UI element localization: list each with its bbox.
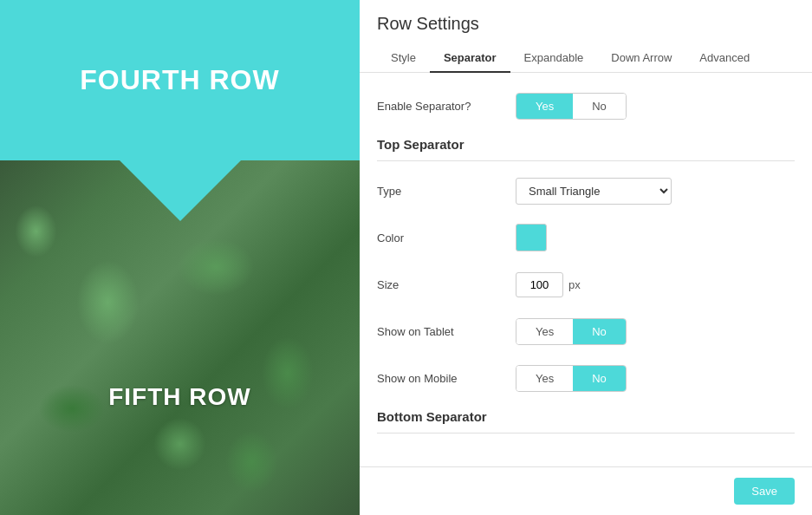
- fourth-row-title: FOURTH ROW: [80, 64, 279, 96]
- show-mobile-no[interactable]: No: [573, 366, 626, 391]
- type-control: Small Triangle Large Triangle Wave Arrow…: [516, 178, 795, 205]
- enable-separator-label: Enable Separator?: [377, 100, 516, 113]
- show-tablet-toggle: Yes No: [516, 318, 627, 345]
- size-input[interactable]: [516, 272, 563, 297]
- top-separator-title: Top Separator: [377, 137, 795, 161]
- tab-advanced[interactable]: Advanced: [685, 44, 763, 73]
- show-tablet-row: Show on Tablet Yes No: [377, 316, 795, 347]
- tab-down-arrow[interactable]: Down Arrow: [597, 44, 685, 73]
- enable-separator-control: Yes No: [516, 93, 795, 120]
- color-control: [516, 224, 795, 251]
- enable-separator-no[interactable]: No: [573, 94, 626, 119]
- show-tablet-control: Yes No: [516, 318, 795, 345]
- save-button[interactable]: Save: [734, 478, 795, 505]
- size-unit: px: [568, 278, 581, 291]
- show-tablet-yes[interactable]: Yes: [516, 319, 573, 344]
- enable-separator-toggle: Yes No: [516, 93, 627, 120]
- size-control: px: [516, 272, 795, 297]
- enable-separator-row: Enable Separator? Yes No: [377, 90, 795, 121]
- left-panel: FOURTH ROW FIFTH ROW: [0, 0, 360, 515]
- color-label: Color: [377, 231, 516, 244]
- type-label: Type: [377, 185, 516, 198]
- panel-content: Enable Separator? Yes No Top Separator T…: [360, 73, 812, 466]
- size-row: Size px: [377, 269, 795, 300]
- triangle-separator: [120, 160, 241, 221]
- tab-separator[interactable]: Separator: [430, 44, 510, 73]
- type-select[interactable]: Small Triangle Large Triangle Wave Arrow…: [516, 178, 672, 205]
- show-mobile-label: Show on Mobile: [377, 372, 516, 385]
- show-mobile-row: Show on Mobile Yes No: [377, 362, 795, 394]
- tabs-bar: Style Separator Expandable Down Arrow Ad…: [377, 44, 795, 72]
- size-label: Size: [377, 278, 516, 291]
- panel-footer: Save: [360, 466, 812, 515]
- show-tablet-label: Show on Tablet: [377, 325, 516, 338]
- color-swatch[interactable]: [516, 224, 547, 251]
- show-mobile-control: Yes No: [516, 365, 795, 392]
- tab-expandable[interactable]: Expandable: [510, 44, 598, 73]
- show-mobile-toggle: Yes No: [516, 365, 627, 392]
- show-mobile-yes[interactable]: Yes: [516, 366, 573, 391]
- panel-title: Row Settings: [377, 14, 795, 34]
- right-panel: Row Settings Style Separator Expandable …: [360, 0, 812, 515]
- enable-separator-yes[interactable]: Yes: [516, 94, 573, 119]
- type-row: Type Small Triangle Large Triangle Wave …: [377, 175, 795, 206]
- show-tablet-no[interactable]: No: [573, 319, 626, 344]
- bottom-separator-title: Bottom Separator: [377, 409, 795, 434]
- tab-style[interactable]: Style: [377, 44, 430, 73]
- panel-header: Row Settings Style Separator Expandable …: [360, 0, 812, 73]
- fifth-row-title: FIFTH ROW: [108, 383, 251, 411]
- fourth-row-banner: FOURTH ROW: [0, 0, 360, 160]
- size-input-group: px: [516, 272, 581, 297]
- color-row: Color: [377, 222, 795, 253]
